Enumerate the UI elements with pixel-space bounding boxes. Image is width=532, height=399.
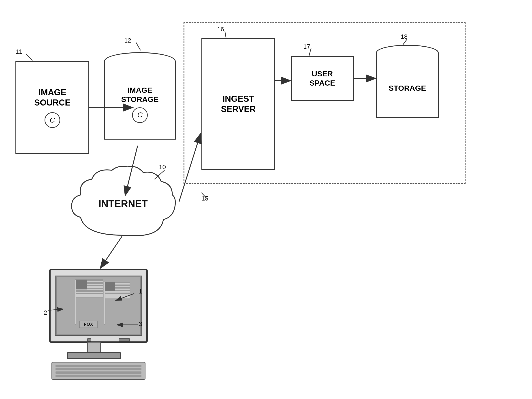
svg-rect-2	[75, 280, 76, 324]
svg-rect-25	[56, 375, 141, 377]
label-18: 18	[401, 33, 408, 40]
image-source-copyright: C	[44, 112, 60, 128]
internet-cloud-svg: INTERNET	[67, 164, 179, 244]
monitor-base	[67, 352, 121, 359]
label-11: 11	[15, 48, 22, 55]
monitor-outer: FOX	[49, 269, 148, 343]
svg-rect-24	[56, 372, 141, 374]
label-12: 12	[124, 37, 131, 44]
storage-label: STORAGE	[388, 84, 426, 92]
computer-container: FOX	[45, 269, 152, 381]
ingest-server-box: INGEST SERVER	[202, 38, 275, 170]
svg-rect-23	[56, 368, 141, 370]
image-storage-copyright: C	[132, 107, 148, 123]
svg-rect-17	[105, 293, 130, 294]
keyboard	[51, 362, 146, 380]
image-source-label: IMAGE SOURCE	[34, 87, 71, 108]
svg-rect-18	[105, 282, 115, 291]
label-17: 17	[303, 43, 310, 50]
cylinder-body: IMAGE STORAGE C	[104, 61, 176, 140]
monitor-stand	[87, 342, 101, 353]
label-16: 16	[217, 26, 224, 33]
svg-line-37	[26, 54, 32, 60]
svg-rect-11	[76, 280, 87, 289]
user-space-box: USER SPACE	[291, 56, 354, 101]
label-3: 3	[139, 320, 142, 327]
svg-rect-22	[56, 365, 141, 367]
image-storage-container: IMAGE STORAGE C	[102, 49, 178, 151]
svg-text:INTERNET: INTERNET	[98, 198, 148, 209]
screen-content: FOX	[56, 276, 141, 335]
image-storage-label: IMAGE STORAGE	[121, 85, 159, 104]
svg-rect-10	[76, 293, 103, 294]
image-storage-cylinder: IMAGE STORAGE C	[104, 52, 176, 149]
svg-rect-3	[104, 282, 105, 324]
ingest-server-label: INGEST SERVER	[221, 94, 256, 114]
diagram: 11 IMAGE SOURCE C 12 IMAGE STORAGE C	[0, 0, 532, 399]
user-space-label: USER SPACE	[310, 69, 335, 88]
image-source-box: IMAGE SOURCE C	[15, 61, 89, 154]
flag-illustration: FOX	[57, 277, 140, 334]
storage-cylinder: STORAGE	[376, 45, 439, 125]
label-1: 1	[139, 288, 142, 295]
monitor-screen: FOX	[55, 275, 142, 336]
storage-cylinder-body: STORAGE	[376, 53, 439, 118]
monitor-power-button	[87, 338, 91, 341]
svg-text:FOX: FOX	[84, 322, 93, 327]
keyboard-keys	[52, 362, 145, 379]
storage-container: STORAGE	[376, 45, 439, 130]
svg-rect-9	[76, 290, 103, 292]
label-2: 2	[44, 309, 47, 316]
label-15: 15	[202, 195, 208, 202]
monitor-controls	[119, 338, 130, 341]
